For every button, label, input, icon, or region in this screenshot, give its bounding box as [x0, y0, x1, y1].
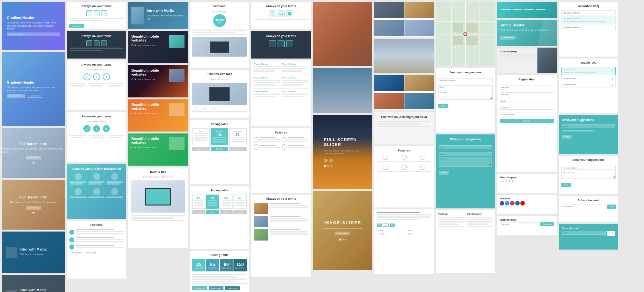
always-terms-filled-card[interactable]: Always on your terms Some subtitle text …: [67, 112, 126, 162]
nav-item-3[interactable]: [524, 9, 534, 10]
accordion-faq-card[interactable]: Accordion FAQ Question title here? + Que…: [559, 2, 618, 57]
features-plain-card[interactable]: Features: [67, 221, 126, 278]
toggle-item-1[interactable]: Question title? ▼ Answer content here fo…: [561, 67, 616, 75]
suggestion-message[interactable]: [561, 171, 616, 179]
pricing-btn-3[interactable]: Buy Now: [229, 147, 247, 151]
toggle-icon-1[interactable]: ▼: [611, 68, 613, 70]
image-slider-card[interactable]: IMAGE SLIDER Learn more: [313, 191, 372, 270]
intro-media-card-2[interactable]: Intro with Media Click here to learn mor…: [2, 275, 65, 292]
pricing-btn-b[interactable]: Order: [206, 210, 219, 214]
map-card[interactable]: [436, 2, 495, 66]
features-tabs-card[interactable]: Features with tabs Boost your ranking. T…: [190, 70, 249, 118]
share-page-card[interactable]: Share this page! ★ ★ ★ ★ ★: [497, 174, 557, 193]
photo-grid-top[interactable]: [374, 2, 434, 37]
pricing-table-2[interactable]: Pricing table 19. 29. 39.: [190, 186, 249, 249]
pricing-btn-1[interactable]: Buy Now: [192, 147, 210, 151]
always-terms-card-1[interactable]: Always on your terms Learn more: [67, 2, 126, 29]
building-photo-2[interactable]: [374, 39, 434, 73]
article-header-grey[interactable]: Article Header: [497, 48, 557, 73]
sub-teal-btn[interactable]: Go!: [607, 231, 615, 236]
always-teal-headers[interactable]: What is Minimal What is Minimal What is …: [251, 60, 311, 126]
beautiful-mobile-3[interactable]: Beautiful mobile websites Click here to …: [128, 99, 188, 132]
sub-white-email[interactable]: [561, 205, 606, 208]
building-photo-1[interactable]: [313, 2, 372, 66]
teal-contact-card[interactable]: Write your suggestion Send: [436, 134, 495, 208]
beautiful-mobile-1[interactable]: Beautiful mobile websites Click here to …: [128, 31, 188, 63]
teal-message-textarea[interactable]: [439, 157, 492, 167]
tab-item-3[interactable]: Tab 3: [209, 107, 218, 111]
easy-to-use-card[interactable]: Easy to use Some descriptive subtitle te…: [128, 168, 188, 248]
gradient-header-card-2[interactable]: Gradient Header Click here to learn more…: [2, 52, 65, 126]
submit-btn[interactable]: Send: [438, 104, 448, 108]
image-slider-btn[interactable]: Learn more: [335, 232, 350, 235]
name-input[interactable]: [438, 78, 493, 82]
facebook-icon[interactable]: [500, 201, 504, 205]
confirm-password-input[interactable]: [500, 113, 554, 116]
architecture-photo[interactable]: [313, 68, 372, 113]
reg-btn[interactable]: Register: [500, 119, 554, 123]
fullscreen-intro-btn-2[interactable]: Learn more: [26, 206, 41, 210]
pricing-table-1[interactable]: Pricing table Plan Standard 19.: [190, 120, 249, 184]
always-teal-icons[interactable]: Always on your terms: [251, 2, 311, 29]
pricing3-btn-3[interactable]: Learn more: [225, 286, 240, 290]
accordion-item-3[interactable]: Question title here? +: [561, 25, 616, 30]
star-4[interactable]: ★: [508, 180, 511, 183]
registration-form[interactable]: Registration Register: [497, 75, 557, 172]
sub-teal-email[interactable]: [562, 231, 606, 235]
star-3[interactable]: ★: [506, 180, 508, 183]
linkedin-icon[interactable]: [515, 201, 520, 205]
email-input[interactable]: [438, 85, 493, 89]
instagram-icon[interactable]: [510, 201, 515, 205]
youtube-icon[interactable]: [520, 201, 525, 205]
small-text-card[interactable]: Tag Tag Tag ✓ Item 1 ✓ Item 2 ✓ Item 3 ✓…: [374, 209, 434, 274]
terms-btn-1[interactable]: Learn more: [69, 24, 84, 28]
features-subicons[interactable]: Features: [374, 146, 434, 207]
sub-white-btn[interactable]: Go!: [607, 205, 616, 209]
pricing-btn-a[interactable]: Order: [192, 210, 205, 214]
subscribe-card[interactable]: Subscribe now! Subscribe: [497, 216, 557, 235]
pricing-btn-c[interactable]: Order: [220, 210, 233, 214]
suggestion-email[interactable]: [561, 166, 616, 170]
gradient-header-card-1[interactable]: Gradient Header Click here to learn more…: [2, 2, 65, 50]
toggle-faq-card[interactable]: Toggle FAQ Question title? ▼ Answer cont…: [559, 59, 618, 113]
accordion-item-1[interactable]: Question title here? +: [561, 10, 616, 15]
footer-links-card[interactable]: To Know Our Company: [436, 210, 495, 273]
features-main-card[interactable]: Features Our advantage 500000 Users: [190, 2, 249, 68]
gradient-header-btn-2[interactable]: Connect Button: [7, 94, 25, 98]
fullscreen-intro-card-2[interactable]: Full Screen Intro Always on your terms. …: [2, 180, 65, 230]
features-icons-text[interactable]: Features: [251, 128, 311, 193]
sug-email[interactable]: [562, 124, 615, 128]
suggestion-white-card[interactable]: Send your suggestions Send: [559, 156, 618, 194]
pricing3-btn-1[interactable]: Learn more: [192, 286, 207, 290]
intro-media-card-1[interactable]: Intro with Media Click here to learn mor…: [2, 232, 65, 273]
beautiful-mobile-2[interactable]: Beautiful mobile websites Click here to …: [128, 65, 188, 97]
nav-item-4[interactable]: [536, 9, 545, 10]
contact-form-card[interactable]: Send your suggestions Send: [436, 68, 495, 132]
pricing-btn-d[interactable]: Order: [233, 210, 247, 214]
pricing3-btn-2[interactable]: Learn more: [209, 286, 224, 290]
pricing-btn-2[interactable]: Buy Now: [211, 147, 228, 151]
suggestion-send-btn[interactable]: Send: [561, 183, 571, 187]
teal-email-input[interactable]: [439, 152, 492, 156]
toggle-item-2[interactable]: Question title? ▶: [561, 76, 616, 81]
subscribe-btn[interactable]: Subscribe: [540, 222, 554, 226]
intro-media-teal-card[interactable]: Intro with Media Click here to learn mor…: [128, 2, 188, 29]
sug-btn[interactable]: Send: [562, 135, 572, 139]
photo-grid-bottom[interactable]: [374, 75, 434, 110]
teal-submit-btn[interactable]: Send: [439, 171, 449, 175]
password-input[interactable]: [500, 106, 554, 110]
always-image-blocks[interactable]: Always on your terms: [251, 195, 311, 277]
slider-next[interactable]: ›: [329, 159, 333, 162]
star-1[interactable]: ★: [500, 180, 502, 183]
lastname-input[interactable]: [500, 92, 554, 96]
article-teal-btn[interactable]: Learn more: [500, 36, 516, 40]
always-terms-numbers-card[interactable]: Always on your terms Some subtitle text …: [67, 60, 126, 110]
title-solid-card[interactable]: Title with Solid Background Color: [374, 112, 434, 144]
twitter-icon[interactable]: [505, 201, 509, 205]
article-header-teal[interactable]: Article Header Click here to learn more …: [497, 20, 557, 46]
pricing-table-3[interactable]: Pricing Table 35 Items Sold 65 Projects …: [190, 251, 249, 292]
gradient-header-btn-outline[interactable]: Learn more: [27, 94, 42, 98]
toggle-icon-2[interactable]: ▶: [612, 78, 613, 80]
accordion-item-2[interactable]: Question title here? - This is the answe…: [561, 16, 616, 24]
nav-item-2[interactable]: [513, 9, 522, 10]
